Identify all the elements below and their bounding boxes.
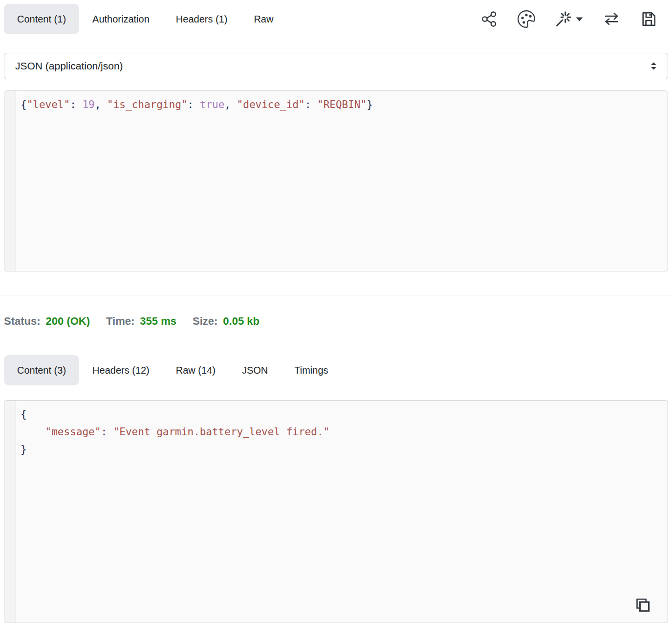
tab-response-content[interactable]: Content (3) bbox=[4, 355, 79, 385]
swap-button[interactable] bbox=[603, 10, 620, 28]
tab-response-headers[interactable]: Headers (12) bbox=[79, 355, 163, 385]
tab-request-content[interactable]: Content (1) bbox=[4, 4, 79, 34]
request-tabs: Content (1) Authorization Headers (1) Ra… bbox=[4, 4, 286, 34]
generate-code-button[interactable] bbox=[555, 10, 583, 28]
response-size-group: Size: 0.05 kb bbox=[193, 313, 260, 330]
response-tabbar: Content (3) Headers (12) Raw (14) JSON T… bbox=[4, 355, 668, 385]
request-body-editor[interactable]: {"level": 19, "is_charging": true, "devi… bbox=[4, 90, 668, 271]
editor-gutter bbox=[4, 91, 16, 271]
response-body-editor[interactable]: { "message": "Event garmin.battery_level… bbox=[4, 400, 668, 623]
status-label: Status: bbox=[4, 313, 41, 330]
copy-response-button[interactable] bbox=[630, 594, 653, 618]
response-size-value: 0.05 kb bbox=[223, 313, 260, 330]
tab-response-raw[interactable]: Raw (14) bbox=[163, 355, 229, 385]
response-body-code: { "message": "Event garmin.battery_level… bbox=[16, 401, 668, 623]
response-statusbar: Status: 200 (OK) Time: 355 ms Size: 0.05… bbox=[4, 313, 668, 330]
request-tabbar: Content (1) Authorization Headers (1) Ra… bbox=[4, 4, 668, 34]
swap-arrows-icon bbox=[603, 10, 620, 28]
content-type-selected-value: JSON (application/json) bbox=[15, 60, 123, 72]
response-tabs: Content (3) Headers (12) Raw (14) JSON T… bbox=[4, 355, 342, 385]
response-time-value: 355 ms bbox=[140, 313, 176, 330]
time-label: Time: bbox=[106, 313, 134, 330]
generate-code-icon bbox=[555, 10, 572, 28]
request-body-code: {"level": 19, "is_charging": true, "devi… bbox=[16, 91, 668, 271]
share-icon bbox=[480, 10, 498, 28]
save-button[interactable] bbox=[640, 10, 657, 28]
theme-button[interactable] bbox=[518, 10, 535, 28]
content-type-select[interactable]: JSON (application/json) bbox=[4, 53, 668, 79]
theme-palette-icon bbox=[518, 10, 535, 28]
size-label: Size: bbox=[193, 313, 217, 330]
request-toolbar bbox=[480, 10, 668, 28]
tab-response-json[interactable]: JSON bbox=[229, 355, 281, 385]
tab-request-authorization[interactable]: Authorization bbox=[79, 4, 163, 34]
section-divider bbox=[0, 295, 672, 295]
save-icon bbox=[640, 10, 657, 28]
copy-icon bbox=[632, 596, 651, 614]
editor-gutter bbox=[4, 401, 16, 623]
status-code-value: 200 (OK) bbox=[46, 313, 90, 330]
select-updown-icon bbox=[650, 62, 657, 70]
chevron-down-icon bbox=[576, 17, 583, 22]
tab-request-raw[interactable]: Raw bbox=[240, 4, 286, 34]
share-button[interactable] bbox=[480, 10, 498, 28]
tab-request-headers[interactable]: Headers (1) bbox=[163, 4, 241, 34]
response-time-group: Time: 355 ms bbox=[106, 313, 176, 330]
status-code-group: Status: 200 (OK) bbox=[4, 313, 90, 330]
tab-response-timings[interactable]: Timings bbox=[281, 355, 341, 385]
